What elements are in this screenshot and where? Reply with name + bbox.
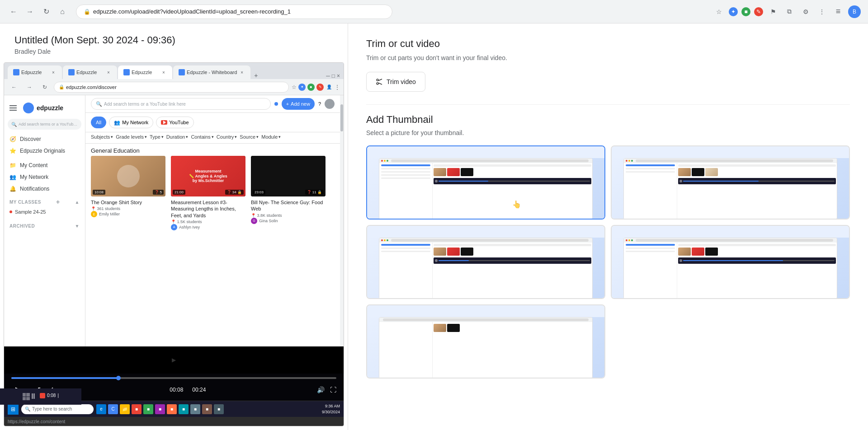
sidebar-search-input[interactable]: 🔍 Add search terms or a YouTube link her…: [8, 119, 81, 130]
address-bar[interactable]: 🔒 edpuzzle.com/upload/edit?videoUploadCl…: [76, 5, 392, 19]
close-button[interactable]: ×: [337, 73, 340, 79]
thumbnail-5[interactable]: [366, 304, 605, 379]
mini-address-bar: [391, 159, 589, 162]
account-icon[interactable]: ⚙: [799, 5, 812, 18]
extension-icon-3[interactable]: ✎: [754, 7, 763, 16]
inner-tab-4[interactable]: Edpuzzle - Whiteboard ×: [173, 65, 250, 79]
filter-duration[interactable]: Duration: [166, 134, 189, 140]
sidebar-class-sample[interactable]: Sample 24-25: [4, 207, 85, 216]
thumbnail-3[interactable]: [366, 225, 605, 299]
inner-menu-icon[interactable]: ⋮: [335, 84, 340, 90]
thumbnail-4[interactable]: [611, 225, 850, 299]
back-button[interactable]: ←: [7, 5, 20, 18]
start-button[interactable]: ⊞: [8, 404, 19, 415]
filter-tab-mynetwork[interactable]: 👥 My Network: [109, 117, 153, 128]
mini-sidebar-item-4: [381, 174, 430, 176]
filter-country[interactable]: Country: [217, 134, 237, 140]
minimize-button[interactable]: ─: [326, 73, 330, 79]
menu-icon[interactable]: ⋮: [816, 5, 828, 18]
thumbnail-1[interactable]: 👆: [366, 145, 605, 220]
new-tab-button[interactable]: +: [252, 72, 259, 79]
mini-section-label-3: [434, 244, 591, 246]
taskbar-app-chrome[interactable]: C: [108, 404, 118, 414]
progress-thumb[interactable]: [116, 376, 121, 380]
video-card-2[interactable]: Measurement📏 Angles & Anglesby Ms.Schmit…: [171, 156, 245, 232]
extension-icon-2[interactable]: ■: [741, 7, 750, 16]
sidebar-item-mynetwork[interactable]: 👥 My Network: [4, 171, 85, 183]
extensions-icon[interactable]: ⧉: [783, 5, 796, 18]
filter-type[interactable]: Type: [150, 134, 164, 140]
trim-button[interactable]: Trim video: [366, 72, 425, 92]
inner-refresh-button[interactable]: ↻: [38, 81, 51, 93]
filter-tab-youtube[interactable]: YouTube: [156, 117, 193, 128]
inner-back-button[interactable]: ←: [8, 81, 20, 93]
maximize-button[interactable]: □: [332, 73, 335, 79]
taskbar-app-folder[interactable]: 📁: [120, 404, 130, 414]
home-button[interactable]: ⌂: [56, 5, 69, 18]
sidebar-item-originals[interactable]: ⭐ Edpuzzle Originals: [4, 145, 85, 157]
filter-source[interactable]: Source: [240, 134, 259, 140]
taskbar-app-6[interactable]: ■: [190, 404, 200, 414]
extension-icon-1[interactable]: ✦: [729, 7, 738, 16]
add-new-button[interactable]: + Add new: [282, 98, 315, 110]
taskbar-app-5[interactable]: ■: [179, 404, 189, 414]
fullscreen-button[interactable]: ⛶: [330, 386, 336, 393]
filter-grade-levels[interactable]: Grade levels: [116, 134, 147, 140]
inner-bookmark-icon[interactable]: ☆: [292, 84, 297, 90]
inner-ext-1[interactable]: ✦: [298, 84, 306, 91]
profile-avatar[interactable]: B: [848, 5, 861, 18]
bookmark-icon[interactable]: ☆: [712, 5, 725, 18]
user-avatar-small[interactable]: [325, 99, 335, 109]
mini-card-1b: [447, 168, 460, 176]
taskbar-app-2[interactable]: ■: [143, 404, 153, 414]
video-card-1[interactable]: 10:08 ❓ 5 The Orange Shirt Story: [91, 156, 165, 232]
filter-tab-all[interactable]: All: [91, 117, 106, 128]
extension-icon-4[interactable]: ⚑: [767, 5, 779, 18]
taskbar-app-3[interactable]: ■: [155, 404, 165, 414]
tab-close-2[interactable]: ×: [105, 69, 112, 75]
mynetwork-tab-icon: 👥: [114, 120, 120, 126]
forward-button[interactable]: →: [24, 5, 36, 18]
inner-ext-3[interactable]: ✎: [316, 84, 324, 91]
taskbar-app-ie[interactable]: e: [96, 404, 106, 414]
tab-close-4[interactable]: ×: [239, 69, 245, 75]
filter-module[interactable]: Module: [261, 134, 281, 140]
inner-ext-2[interactable]: ■: [307, 84, 315, 91]
mini-section-label: [434, 164, 591, 167]
inner-tab-2[interactable]: Edpuzzle ×: [63, 65, 117, 79]
scrollbar-thumb[interactable]: [340, 104, 343, 131]
sidebar-item-discover[interactable]: 🧭 Discover: [4, 133, 85, 145]
taskbar-app-8[interactable]: ■: [214, 404, 224, 414]
inner-profile[interactable]: 👤: [326, 84, 333, 91]
progress-bar[interactable]: [11, 377, 336, 379]
video-card-3[interactable]: 23:03 ❓ 11 🔒 Bill Nye- The Science Guy: …: [251, 156, 326, 232]
thumbnail-2[interactable]: [611, 145, 850, 220]
taskbar-search[interactable]: 🔍 Type here to search: [21, 404, 94, 414]
sidebar-item-notifications[interactable]: 🔔 Notifications: [4, 183, 85, 195]
sidebar-item-mycontent[interactable]: 📁 My Content: [4, 157, 85, 171]
filter-subjects[interactable]: Subjects: [91, 134, 113, 140]
sidebar-toggle-icon[interactable]: ≡: [832, 5, 844, 18]
taskbar-app-4[interactable]: ■: [167, 404, 177, 414]
help-icon[interactable]: ?: [318, 101, 321, 107]
tab-close-1[interactable]: ×: [50, 69, 57, 75]
expand-archived-button[interactable]: ▼: [75, 224, 80, 229]
add-class-button[interactable]: +: [56, 198, 60, 206]
taskbar-apps: e C 📁 ■ ■ ■ ■ ■ ■ ■ ■: [96, 404, 224, 414]
taskbar-app-7[interactable]: ■: [202, 404, 212, 414]
tab-close-3[interactable]: ×: [160, 69, 167, 75]
refresh-button[interactable]: ↻: [40, 5, 52, 18]
inner-tab-3[interactable]: Edpuzzle ×: [118, 65, 172, 79]
filter-contains[interactable]: Contains: [191, 134, 213, 140]
main-search-input[interactable]: 🔍 Add search terms or a YouTube link her…: [91, 98, 271, 110]
sidebar-search-container: 🔍 Add search terms or a YouTube link her…: [4, 119, 85, 133]
sidebar-menu-icon[interactable]: [9, 103, 19, 112]
collapse-classes-button[interactable]: ▲: [75, 200, 80, 205]
content-scrollbar[interactable]: [340, 95, 344, 346]
volume-button[interactable]: 🔊: [317, 386, 325, 393]
inner-forward-button[interactable]: →: [23, 81, 36, 93]
taskbar-app-1[interactable]: ■: [132, 404, 142, 414]
inner-tab-1[interactable]: Edpuzzle ×: [8, 65, 62, 79]
inner-address-bar[interactable]: 🔒 edpuzzle.com/discover: [54, 82, 289, 93]
mini-browser-body-5: [379, 322, 592, 378]
